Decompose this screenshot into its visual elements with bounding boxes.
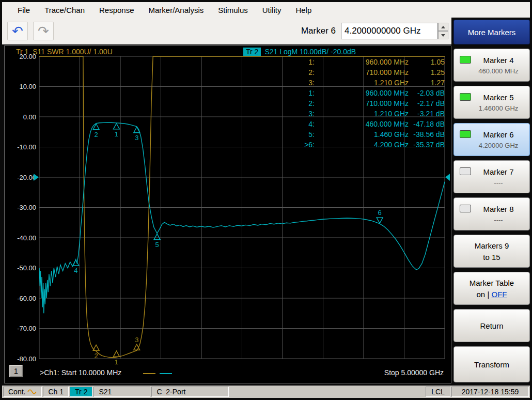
button-marker7[interactable]: Marker 7---- [453, 160, 530, 193]
marker-table-state: on | OFF [477, 290, 507, 299]
active-trace-segment[interactable]: Tr 2 [70, 387, 92, 397]
spinner-up-icon [441, 26, 445, 28]
y-axis-label: -10.00 [17, 143, 36, 151]
button-sublabel: 460.000 MHz [478, 67, 518, 75]
y-axis-label: 10.00 [19, 83, 36, 90]
marker-led-on-icon [460, 130, 471, 138]
graticule-grid [39, 56, 445, 359]
status-bar: Cont. Ch 1 Tr 2 S21 C 2-Port LCL 2017-12… [2, 386, 530, 398]
button-label: Marker 8 [483, 205, 513, 213]
sidebar: Marker 4460.000 MHzMarker 51.46000 GHzMa… [453, 49, 530, 387]
marker-swr-2-label: 2 [95, 352, 98, 360]
marker-value-label: Marker 6 [301, 26, 336, 36]
button-marker5[interactable]: Marker 51.46000 GHz [453, 86, 530, 119]
marker-db-5-label: 5 [155, 241, 159, 249]
more-markers-button[interactable]: More Markers [453, 20, 530, 44]
y-axis-label: 0.00 [23, 113, 36, 121]
button-sublabel: 1.46000 GHz [479, 104, 519, 112]
button-sublabel: ---- [494, 216, 503, 224]
button-label: Marker Table [470, 279, 514, 287]
marker-led-on-icon [460, 56, 471, 64]
plot-area: 20.0010.000.00-10.00-20.00-30.00-40.00-5… [4, 45, 451, 383]
ref-level-left-icon [34, 174, 39, 181]
trace2-scale-label: S21 LogM 10.00dB/ -20.0dB [264, 48, 356, 56]
sweep-mode-segment[interactable]: Cont. [3, 387, 42, 397]
marker-led-on-icon [460, 93, 471, 101]
toolbar: ↶ ↷ Marker 6 [2, 18, 451, 44]
marker-swr-1-icon[interactable] [113, 351, 119, 357]
button-markers9-15[interactable]: Markers 9to 15 [453, 235, 530, 268]
button-transform[interactable]: Transform [453, 346, 530, 382]
menu-bar: FileTrace/ChanResponseMarker/AnalysisSti… [2, 2, 530, 18]
button-marker4[interactable]: Marker 4460.000 MHz [453, 49, 530, 82]
marker-led-off-icon [460, 167, 471, 175]
undo-button[interactable]: ↶ [7, 22, 28, 40]
status-spacer [230, 387, 425, 397]
spinner-up-button[interactable] [438, 23, 448, 31]
marker-db-4-label: 4 [74, 267, 77, 274]
trace2-status[interactable]: Tr 2 S21 LogM 10.00dB/ -20.0dB [243, 48, 356, 56]
marker-db-1-icon[interactable] [113, 124, 119, 129]
channel-1-button[interactable]: 1 [9, 365, 23, 377]
lcl-segment[interactable]: LCL [426, 387, 450, 397]
trace1-status[interactable]: Tr 1 S11 SWR 1.000U/ 1.00U [16, 48, 113, 56]
redo-icon: ↷ [38, 23, 49, 39]
calibration-segment[interactable]: C 2-Port [151, 387, 229, 397]
marker-led-off-icon [460, 205, 471, 212]
marker-db-3-label: 3 [135, 134, 138, 142]
menu-marker-analysis[interactable]: Marker/Analysis [142, 3, 211, 17]
marker-swr-3-label: 3 [135, 336, 138, 344]
sweep-mode-label: Cont. [8, 388, 25, 396]
button-sublabel: 4.20000 GHz [479, 142, 519, 149]
menu-file[interactable]: File [10, 3, 37, 17]
channel-segment[interactable]: Ch 1 [43, 387, 69, 397]
trace2-active-chip: Tr 2 [243, 48, 261, 56]
button-label: Markers 9 [475, 241, 509, 250]
button-label: Marker 5 [483, 93, 513, 102]
button-marker6[interactable]: Marker 64.20000 GHz [453, 123, 530, 156]
button-marker-table[interactable]: Marker Tableon | OFF [453, 272, 530, 305]
redo-button[interactable]: ↷ [33, 22, 54, 40]
y-axis-label: -50.00 [17, 264, 36, 272]
y-axis-label: -70.00 [17, 325, 36, 332]
marker-table-off-link[interactable]: OFF [491, 290, 507, 299]
button-label: Return [480, 321, 503, 330]
menu-help[interactable]: Help [288, 3, 319, 17]
button-sublabel: to 15 [483, 253, 500, 261]
measurement-segment[interactable]: S21 [93, 387, 150, 397]
button-label: Transform [474, 360, 509, 369]
sweep-labels: >Ch1: Start 10.0000 MHz Stop 5.00000 GHz [5, 367, 451, 379]
start-frequency-label: >Ch1: Start 10.0000 MHz [40, 368, 121, 377]
y-axis-label: -40.00 [17, 234, 36, 242]
graticule-canvas: 20.0010.000.00-10.00-20.00-30.00-40.00-5… [5, 46, 452, 384]
ref-level-right-icon [445, 174, 450, 181]
marker-db-6-label: 6 [378, 209, 382, 217]
menu-trace-chan[interactable]: Trace/Chan [37, 3, 92, 17]
stop-frequency-label: Stop 5.00000 GHz [384, 368, 444, 377]
marker-db-5-icon[interactable] [154, 234, 160, 240]
menu-stimulus[interactable]: Stimulus [211, 3, 255, 17]
trace2-legend-line [160, 373, 172, 374]
marker-db-2-label: 2 [95, 131, 98, 139]
button-label: Marker 6 [483, 130, 513, 139]
spinner-down-icon [441, 34, 445, 37]
y-axis-label: -20.00 [17, 174, 36, 181]
menu-response[interactable]: Response [92, 3, 142, 17]
y-axis-label: -30.00 [17, 204, 36, 211]
spinner-down-button[interactable] [438, 31, 448, 39]
menu-utility[interactable]: Utility [255, 3, 289, 17]
undo-icon: ↶ [12, 23, 23, 39]
marker-value-spinner [438, 23, 448, 39]
marker-value-input[interactable] [341, 23, 438, 39]
marker-table-on: on [477, 290, 488, 299]
trace-status-bar: Tr 1 S11 SWR 1.000U/ 1.00U Tr 2 S21 LogM… [5, 48, 451, 57]
button-sublabel: ---- [494, 179, 503, 187]
trace1-legend-line [143, 373, 155, 374]
continuous-sweep-icon [27, 389, 37, 395]
button-label: Marker 4 [483, 56, 513, 65]
y-axis-label: -60.00 [17, 295, 36, 302]
button-marker8[interactable]: Marker 8---- [453, 197, 530, 230]
marker-db-1-label: 1 [115, 130, 118, 138]
button-return[interactable]: Return [453, 309, 530, 342]
marker-db-6-icon[interactable] [377, 218, 383, 223]
